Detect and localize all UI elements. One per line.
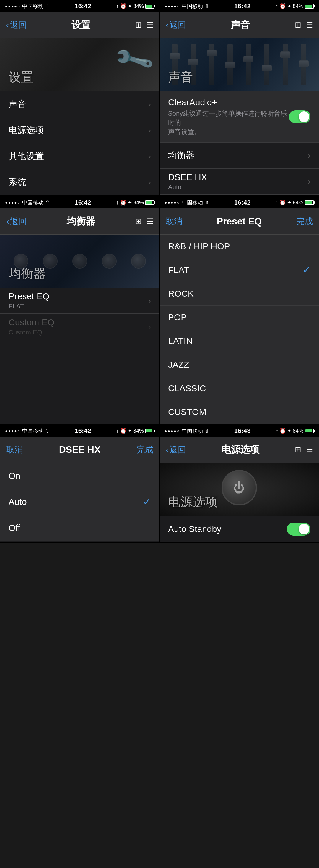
location-icon: ↑: [276, 428, 278, 434]
battery-percentage: 84%: [133, 199, 144, 206]
status-left: ●●●●○ 中国移动 ⇧: [165, 427, 209, 434]
preset-label: CUSTOM: [168, 407, 206, 417]
preset-rnb[interactable]: R&B / HIP HOP: [160, 235, 319, 258]
status-time: 16:42: [74, 2, 91, 10]
battery-percentage: 84%: [133, 428, 144, 434]
clear-audio-content: ClearAudio+ Sony建议通过一步简单操作进行聆听音乐时的声音设置。: [168, 97, 289, 136]
battery-percentage: 84%: [293, 428, 303, 434]
grid-icon[interactable]: ⊞: [295, 445, 301, 454]
menu-icon[interactable]: ☰: [306, 445, 313, 454]
dsee-auto[interactable]: Auto ✓: [0, 489, 159, 515]
status-left: ●●●●○ 中国移动 ⇧: [5, 427, 49, 434]
preset-pop[interactable]: POP: [160, 306, 319, 329]
back-button[interactable]: ‹ 返回: [166, 20, 186, 31]
menu-icon[interactable]: ☰: [306, 21, 313, 30]
screen-dsee: ●●●●○ 中国移动 ⇧ 16:42 ↑ ⏰ ✦ 84% 取消 DSEE HX …: [0, 425, 160, 542]
menu-item-content: Preset EQ FLAT: [8, 291, 148, 310]
screen-settings: ●●●●○ 中国移动 ⇧ 16:42 ↑ ⏰ ✦ 84% ‹ 返回 设置 ⊞ ☰: [0, 0, 160, 196]
carrier-name: 中国移动: [182, 3, 203, 10]
preset-label: CLASSIC: [168, 383, 206, 393]
done-button[interactable]: 完成: [137, 444, 153, 456]
auto-standby-toggle[interactable]: [287, 523, 311, 535]
wifi-icon: ⇧: [205, 3, 209, 9]
wifi-icon: ⇧: [205, 199, 209, 206]
menu-item-equalizer[interactable]: 均衡器 ›: [160, 143, 319, 168]
menu-icon[interactable]: ☰: [146, 21, 153, 30]
wifi-icon: ⇧: [45, 199, 49, 206]
back-button[interactable]: ‹ 返回: [6, 20, 27, 31]
carrier-name: 中国移动: [22, 3, 43, 10]
menu-item-label: 电源选项: [8, 124, 148, 136]
status-bar-3: ●●●●○ 中国移动 ⇧ 16:42 ↑ ⏰ ✦ 84%: [0, 197, 159, 209]
fader-5: [246, 44, 251, 86]
nav-bar-power: ‹ 返回 电源选项 ⊞ ☰: [160, 437, 319, 463]
settings-menu: 声音 › 电源选项 › 其他设置 › 系统 ›: [0, 91, 159, 195]
chevron-icon: ›: [148, 126, 151, 135]
grid-icon[interactable]: ⊞: [135, 21, 142, 30]
preset-flat[interactable]: FLAT ✓: [160, 258, 319, 282]
location-icon: ↑: [116, 3, 119, 9]
menu-icon[interactable]: ☰: [146, 217, 153, 226]
status-left: ●●●●○ 中国移动 ⇧: [165, 3, 209, 10]
nav-bar-preset-eq: 取消 Preset EQ 完成: [160, 209, 319, 235]
dsee-on[interactable]: On: [0, 463, 159, 489]
menu-item-dsee[interactable]: DSEE HX Auto ›: [160, 168, 319, 195]
location-icon: ↑: [116, 428, 119, 434]
hero-label: 均衡器: [8, 265, 46, 282]
screen-row-1: ●●●●○ 中国移动 ⇧ 16:42 ↑ ⏰ ✦ 84% ‹ 返回 设置 ⊞ ☰: [0, 0, 319, 196]
battery-icon: [145, 429, 154, 433]
menu-item-content: Custom EQ Custom EQ: [8, 317, 148, 336]
back-button[interactable]: ‹ 返回: [166, 444, 186, 456]
nav-icons: ⊞ ☰: [135, 217, 153, 226]
preset-label: R&B / HIP HOP: [168, 241, 230, 251]
status-time: 16:42: [234, 2, 250, 10]
dsee-list: On Auto ✓ Off: [0, 463, 159, 541]
menu-item-auto-standby[interactable]: Auto Standby: [160, 516, 319, 542]
menu-item-content: DSEE HX Auto: [168, 172, 308, 191]
menu-item-sublabel: FLAT: [8, 303, 148, 310]
preset-classic[interactable]: CLASSIC: [160, 376, 319, 400]
bluetooth-icon: ✦: [128, 199, 132, 206]
dsee-option-label: Off: [8, 523, 20, 533]
knob-4: [102, 254, 117, 269]
menu-item-power[interactable]: 电源选项 ›: [0, 117, 159, 144]
menu-item-preset-eq[interactable]: Preset EQ FLAT ›: [0, 288, 159, 314]
menu-item-system[interactable]: 系统 ›: [0, 169, 159, 195]
menu-item-sound[interactable]: 声音 ›: [0, 91, 159, 117]
menu-item-label: Custom EQ: [8, 317, 148, 328]
back-chevron: ‹: [6, 217, 9, 226]
preset-label: POP: [168, 312, 187, 322]
battery-percentage: 84%: [293, 3, 303, 9]
nav-title: Preset EQ: [217, 216, 262, 227]
done-button[interactable]: 完成: [296, 216, 313, 227]
dsee-off[interactable]: Off: [0, 515, 159, 541]
cancel-button[interactable]: 取消: [166, 216, 182, 227]
preset-label: FLAT: [168, 265, 189, 275]
status-bar-1: ●●●●○ 中国移动 ⇧ 16:42 ↑ ⏰ ✦ 84%: [0, 0, 159, 12]
knob-3: [72, 254, 87, 269]
screen-equalizer: ●●●●○ 中国移动 ⇧ 16:42 ↑ ⏰ ✦ 84% ‹ 返回 均衡器 ⊞ …: [0, 196, 160, 424]
preset-latin[interactable]: LATIN: [160, 329, 319, 353]
bluetooth-icon: ✦: [287, 199, 291, 206]
preset-custom[interactable]: CUSTOM: [160, 400, 319, 424]
preset-label: JAZZ: [168, 360, 189, 370]
status-left: ●●●●○ 中国移动 ⇧: [5, 199, 49, 206]
status-time: 16:42: [74, 199, 91, 207]
screen-preset-eq: ●●●●○ 中国移动 ⇧ 16:42 ↑ ⏰ ✦ 84% 取消 Preset E…: [160, 196, 319, 424]
status-left: ●●●●○ 中国移动 ⇧: [5, 3, 49, 10]
nav-bar-settings: ‹ 返回 设置 ⊞ ☰: [0, 12, 159, 38]
menu-item-other[interactable]: 其他设置 ›: [0, 144, 159, 169]
back-button[interactable]: ‹ 返回: [6, 216, 27, 227]
alarm-icon: ⏰: [120, 3, 127, 9]
clear-audio-toggle[interactable]: [289, 110, 311, 123]
cancel-button[interactable]: 取消: [6, 444, 23, 456]
sound-hero: 声音: [160, 38, 319, 91]
back-label: 返回: [170, 20, 186, 31]
grid-icon[interactable]: ⊞: [295, 21, 301, 30]
signal-dots: ●●●●○: [165, 4, 180, 8]
dsee-option-label: Auto: [8, 497, 27, 507]
preset-rock[interactable]: ROCK: [160, 282, 319, 306]
grid-icon[interactable]: ⊞: [135, 217, 142, 226]
signal-dots: ●●●●○: [5, 4, 21, 8]
preset-jazz[interactable]: JAZZ: [160, 353, 319, 376]
